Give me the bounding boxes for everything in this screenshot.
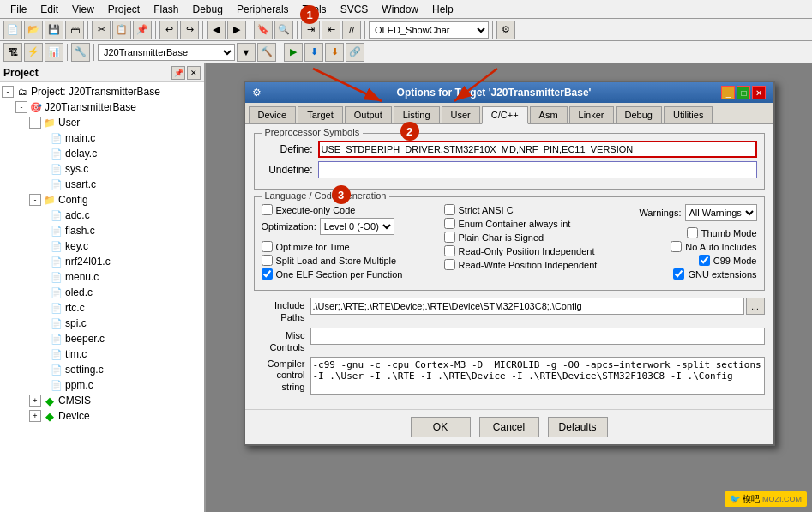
target-options-btn[interactable]: ▼ [237,43,256,62]
tree-ppm-c[interactable]: 📄 ppm.c [2,377,202,393]
no-auto-includes-check[interactable] [671,241,682,252]
misc-input[interactable] [310,328,765,345]
menu-tools[interactable]: Tools [296,2,334,17]
config-expand[interactable]: - [29,194,41,206]
optimize-time-check[interactable] [262,241,273,252]
ok-button[interactable]: OK [411,417,471,437]
tree-setting-c[interactable]: 📄 setting.c [2,362,202,377]
plain-char-check[interactable] [444,232,455,243]
strict-ansi-check[interactable] [444,204,455,215]
nav-back-btn[interactable]: ◀ [207,21,226,39]
dialog-minimize-btn[interactable]: _ [721,86,735,99]
undefine-input[interactable] [318,161,757,178]
menu-file[interactable]: File [3,2,33,17]
dialog-close-btn[interactable]: ✕ [752,86,766,99]
tree-sys-c[interactable]: 📄 sys.c [2,161,202,177]
tab-output[interactable]: Output [345,106,392,123]
user-expand[interactable]: - [29,117,41,129]
tree-cmsis[interactable]: + ◆ CMSIS [2,393,202,408]
t2-btn1[interactable]: 🏗 [3,43,22,62]
comment-btn[interactable]: // [342,21,361,39]
magic-btn[interactable]: 🔨 [257,43,276,62]
thumb-mode-check[interactable] [687,227,698,238]
t2-btn3[interactable]: 📊 [45,43,63,62]
menu-help[interactable]: Help [425,2,460,17]
cancel-button[interactable]: Cancel [479,417,539,437]
paste-btn[interactable]: 📌 [133,21,152,39]
cmsis-expand[interactable]: + [29,395,41,407]
undo-btn[interactable]: ↩ [159,21,178,39]
gnu-ext-check[interactable] [673,268,684,280]
open-btn[interactable]: 📂 [24,21,43,39]
save-all-btn[interactable]: 🗃 [65,21,84,39]
optimization-select[interactable]: Level 0 (-O0) [320,218,394,235]
cut-btn[interactable]: ✂ [92,21,111,39]
tree-key-c[interactable]: 📄 key.c [2,238,202,254]
tree-delay-c[interactable]: 📄 delay.c [2,146,202,161]
menu-flash[interactable]: Flash [147,2,185,17]
warnings-select[interactable]: All Warnings [685,204,757,221]
tab-device[interactable]: Device [249,106,297,123]
tab-debug[interactable]: Debug [616,106,662,123]
tree-rtc-c[interactable]: 📄 rtc.c [2,300,202,316]
tree-oled-c[interactable]: 📄 oled.c [2,285,202,300]
tree-menu-c[interactable]: 📄 menu.c [2,269,202,285]
save-btn[interactable]: 💾 [45,21,63,39]
oled-combo[interactable]: OLED_ShowChar [369,21,489,39]
tree-spi-c[interactable]: 📄 spi.c [2,316,202,331]
menu-window[interactable]: Window [375,2,425,17]
dl-btn[interactable]: ⬇ [304,43,323,62]
compiler-string-area[interactable]: -c99 -gnu -c -cpu Cortex-M3 -D__MICROLIB… [310,357,765,395]
tab-user[interactable]: User [442,106,480,123]
tree-user-folder[interactable]: - 📁 User [2,115,202,130]
redo-btn[interactable]: ↪ [180,21,199,39]
link-btn[interactable]: 🔗 [346,43,364,62]
dl2-btn[interactable]: ⬇ [325,43,344,62]
tab-cpp[interactable]: C/C++ [482,106,528,124]
menu-project[interactable]: Project [101,2,147,17]
tree-config-folder[interactable]: - 📁 Config [2,192,202,208]
t2-btn4[interactable]: 🔧 [71,43,90,62]
tree-device[interactable]: + ◆ Device [2,408,202,424]
menu-debug[interactable]: Debug [186,2,230,17]
settings-btn[interactable]: ⚙ [496,21,515,39]
tree-beeper-c[interactable]: 📄 beeper.c [2,331,202,346]
include-browse-btn[interactable]: ... [746,298,765,315]
read-only-check[interactable] [444,245,455,256]
tree-adc-c[interactable]: 📄 adc.c [2,208,202,223]
find-btn[interactable]: 🔍 [274,21,293,39]
menu-svcs[interactable]: SVCS [334,2,376,17]
defaults-button[interactable]: Defaults [548,417,608,437]
bookmark-btn[interactable]: 🔖 [254,21,273,39]
panel-pin-btn[interactable]: 📌 [171,66,185,80]
tree-flash-c[interactable]: 📄 flash.c [2,223,202,238]
define-input[interactable] [318,141,757,158]
c99-check[interactable] [699,255,710,266]
new-btn[interactable]: 📄 [3,21,22,39]
menu-view[interactable]: View [65,2,101,17]
tab-asm[interactable]: Asm [530,106,568,123]
read-write-check[interactable] [444,259,455,270]
target-expand[interactable]: - [15,101,27,113]
tree-main-c[interactable]: 📄 main.c [2,130,202,146]
indent-btn[interactable]: ⇥ [301,21,320,39]
copy-btn[interactable]: 📋 [112,21,131,39]
nav-fwd-btn[interactable]: ▶ [227,21,246,39]
tab-linker[interactable]: Linker [569,106,614,123]
execute-only-check[interactable] [262,204,273,215]
run-btn[interactable]: ▶ [284,43,303,62]
tab-target[interactable]: Target [298,106,343,123]
enum-check[interactable] [444,218,455,229]
tree-root[interactable]: - 🗂 Project: J20TransmitterBase [2,84,202,99]
menu-peripherals[interactable]: Peripherals [230,2,296,17]
panel-close-btn[interactable]: ✕ [187,66,201,80]
tab-listing[interactable]: Listing [394,106,440,123]
t2-btn2[interactable]: ⚡ [24,43,43,62]
target-combo[interactable]: J20TransmitterBase [98,44,235,61]
dialog-maximize-btn[interactable]: □ [737,86,750,99]
tree-usart-c[interactable]: 📄 usart.c [2,177,202,192]
split-load-check[interactable] [262,255,273,266]
menu-edit[interactable]: Edit [33,2,65,17]
device-expand[interactable]: + [29,410,41,422]
tree-target[interactable]: - 🎯 J20TransmitterBase [2,99,202,115]
